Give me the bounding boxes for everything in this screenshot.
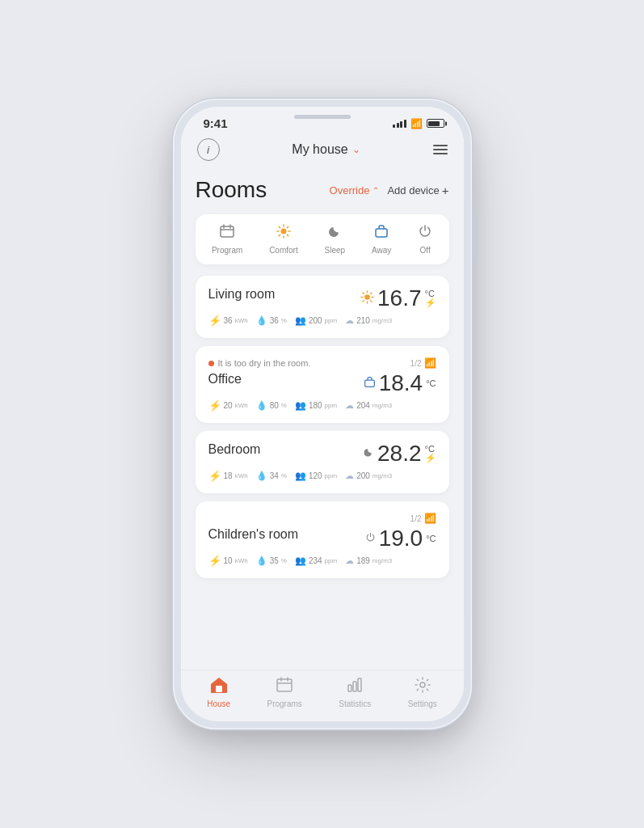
molecule-icon: 👥: [295, 400, 306, 411]
lightning-icon: ⚡: [208, 555, 221, 567]
stat-air-living: ☁ 210 mg/m3: [345, 315, 392, 326]
room-card-header-children: Children's room 19.0 °C: [208, 527, 436, 550]
stat-energy-living: ⚡ 36 kWh: [208, 315, 248, 327]
hamburger-menu-icon[interactable]: [433, 145, 448, 154]
stat-air-office: ☁ 204 mg/m3: [345, 400, 392, 411]
status-time: 9:41: [204, 116, 228, 130]
svg-line-20: [371, 300, 372, 301]
lightning-icon: ⚡: [208, 399, 221, 412]
add-device-label: Add device: [387, 184, 439, 196]
rooms-actions: Override ⌃ Add device +: [330, 184, 449, 197]
power-icon: [418, 224, 432, 243]
room-name-office: Office: [208, 372, 242, 387]
cloud-icon: ☁: [345, 556, 354, 566]
svg-rect-23: [364, 380, 374, 387]
room-mode-power-icon: [365, 531, 376, 546]
mode-tab-away[interactable]: Away: [365, 222, 398, 256]
add-device-button[interactable]: Add device +: [387, 184, 448, 197]
room-alert-office: It is too dry in the room. 1/2 📶: [208, 357, 436, 369]
lightning-icon: ⚡: [208, 470, 221, 482]
alert-message-office: It is too dry in the room.: [218, 358, 311, 368]
house-nav-label: House: [207, 699, 230, 708]
droplet-icon: 💧: [256, 471, 267, 481]
cloud-icon: ☁: [345, 400, 354, 411]
room-card-childrens-room[interactable]: 1/2 📶 Children's room 19.0: [196, 501, 449, 578]
rooms-header: Rooms Override ⌃ Add device +: [196, 177, 449, 203]
svg-line-9: [279, 226, 280, 227]
molecule-icon: 👥: [295, 315, 306, 326]
bottom-nav-programs[interactable]: Programs: [267, 677, 301, 708]
room-temp-unit-office: °C: [426, 379, 436, 388]
cloud-icon: ☁: [345, 471, 354, 481]
room-temp-area-children: 19.0 °C: [365, 527, 436, 550]
svg-rect-31: [358, 678, 361, 691]
bottom-nav-statistics[interactable]: Statistics: [339, 677, 371, 708]
room-card-header-bedroom: Bedroom 28.2 °C ⚡: [208, 442, 436, 465]
status-bar: 9:41 📶: [181, 107, 464, 135]
bottom-nav: House Programs: [181, 670, 464, 721]
battery-fill: [428, 121, 440, 126]
room-card-header-office: Office 18.4 °C: [208, 372, 436, 395]
room-temp-value-office: 18.4: [379, 372, 423, 395]
add-plus-icon: +: [442, 184, 449, 197]
stat-co2-living: 👥 200 ppm: [295, 315, 337, 326]
stat-co2-children: 👥 234 ppm: [295, 556, 337, 566]
info-icon[interactable]: i: [197, 138, 220, 161]
room-stats-bedroom: ⚡ 18 kWh 💧 34 % 👥 120 ppm: [208, 470, 436, 482]
room-name-bedroom: Bedroom: [208, 442, 261, 457]
molecule-icon: 👥: [295, 471, 306, 481]
stat-humidity-bedroom: 💧 34 %: [256, 471, 287, 481]
room-mode-sun-icon: [360, 290, 374, 307]
stat-humidity-living: 💧 36 %: [256, 315, 287, 326]
svg-rect-13: [376, 229, 387, 237]
phone-screen: 9:41 📶 i My house ⌄: [181, 107, 464, 721]
room-temp-value-children: 19.0: [379, 527, 423, 550]
room-page-area-children: 1/2 📶: [208, 513, 436, 524]
program-icon: [220, 224, 234, 243]
mode-tab-sleep[interactable]: Sleep: [318, 222, 352, 256]
mode-tab-program[interactable]: Program: [205, 222, 249, 256]
nav-house-title: My house: [292, 142, 347, 157]
room-card-living-room[interactable]: Living room: [196, 276, 449, 338]
svg-rect-25: [277, 679, 292, 691]
droplet-icon: 💧: [256, 315, 267, 326]
svg-rect-0: [221, 226, 234, 237]
top-nav: i My house ⌄: [181, 135, 464, 171]
nav-title[interactable]: My house ⌄: [292, 142, 360, 157]
room-name-children: Children's room: [208, 527, 299, 542]
molecule-icon: 👥: [295, 556, 306, 566]
wifi-signal-children-icon: 📶: [424, 513, 436, 524]
room-card-bedroom[interactable]: Bedroom 28.2 °C ⚡: [196, 431, 449, 493]
room-stats-children: ⚡ 10 kWh 💧 35 % 👥 234 ppm: [208, 555, 436, 567]
room-page-office: 1/2 📶: [410, 357, 436, 369]
room-stats-office: ⚡ 20 kWh 💧 80 % 👥 180 ppm: [208, 399, 436, 412]
mode-tab-comfort[interactable]: Comfort: [263, 222, 305, 256]
cloud-icon: ☁: [345, 315, 354, 326]
stat-co2-bedroom: 👥 120 ppm: [295, 471, 337, 481]
statistics-nav-icon: [347, 677, 363, 697]
room-mode-moon-icon: [363, 446, 374, 461]
sleep-label: Sleep: [325, 246, 346, 255]
droplet-icon: 💧: [256, 556, 267, 566]
svg-line-21: [371, 293, 372, 294]
stat-humidity-children: 💧 35 %: [256, 556, 287, 566]
off-label: Off: [420, 246, 431, 255]
settings-nav-label: Settings: [408, 699, 437, 708]
program-label: Program: [212, 246, 242, 255]
room-temp-area-living: 16.7 °C ⚡: [360, 287, 436, 310]
comfort-label: Comfort: [269, 246, 298, 255]
bottom-nav-settings[interactable]: Settings: [408, 677, 437, 708]
room-card-office[interactable]: It is too dry in the room. 1/2 📶 Office: [196, 346, 449, 423]
alert-dot-icon: [208, 361, 214, 366]
svg-line-10: [287, 234, 288, 235]
room-temp-unit-children: °C: [426, 534, 436, 543]
mode-tab-off[interactable]: Off: [411, 222, 439, 256]
statistics-nav-label: Statistics: [339, 699, 371, 708]
mode-tabs: Program: [196, 214, 449, 264]
bottom-nav-house[interactable]: House: [207, 677, 230, 708]
override-button[interactable]: Override ⌃: [330, 184, 380, 196]
briefcase-icon: [374, 224, 389, 243]
droplet-icon: 💧: [256, 400, 267, 411]
page-number-children: 1/2: [410, 514, 422, 523]
svg-line-22: [363, 300, 364, 301]
